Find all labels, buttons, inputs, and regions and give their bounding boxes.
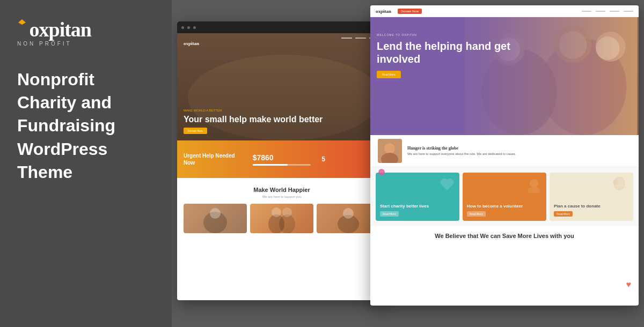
s2-card-1: Start charity better lives Read More — [376, 173, 459, 221]
s1-hero: oxpitan MAKE WORLD A BETTER Your small h… — [177, 33, 386, 140]
s2-card-3-button[interactable]: Read More — [554, 211, 573, 217]
s2-info-photo — [378, 139, 402, 163]
s2-info-bar: Hunger is striking the globe We are here… — [370, 135, 639, 167]
s2-hero-button[interactable]: Read More — [377, 71, 401, 78]
screenshot-1: oxpitan MAKE WORLD A BETTER Your small h… — [177, 21, 386, 300]
tagline-line-3: Fundraising — [17, 114, 155, 137]
s2-donate-button[interactable]: Donate Now — [398, 9, 422, 14]
s2-hero-title: Lend the helping hand get involved — [377, 40, 524, 65]
logo-subtitle: NON PROFIT — [17, 41, 155, 47]
left-panel: oxpitan NON PROFIT Nonprofit Charity and… — [0, 0, 172, 327]
s2-card-1-icon — [439, 177, 455, 195]
s1-banner-label: Urgent Help Needed Now — [184, 152, 242, 166]
s1-hero-tag: MAKE WORLD A BETTER — [184, 109, 380, 112]
s1-banner-progress: $7860 — [253, 153, 311, 166]
s1-navbar — [177, 21, 386, 33]
s2-bottom: We Believe that We can Save More Lives w… — [370, 226, 639, 247]
s1-progress-fill — [253, 164, 288, 166]
s2-info-title: Hunger is striking the globe — [407, 146, 631, 151]
s2-cards: Start charity better lives Read More How… — [370, 167, 639, 226]
svg-point-21 — [530, 179, 538, 188]
s1-photo-2 — [250, 204, 313, 233]
svg-point-2 — [210, 208, 221, 219]
s1-banner-amount: $7860 — [253, 153, 311, 162]
s2-card-2: How to become a volunteer Read More — [463, 173, 546, 221]
s1-photo-1 — [184, 204, 247, 233]
tagline-line-2: Charity and — [17, 91, 155, 114]
s2-card-2-icon — [526, 177, 542, 195]
s2-hero-content: WELCOME TO OXPITAN Lend the helping hand… — [377, 33, 524, 78]
s1-logo: oxpitan — [184, 38, 199, 47]
s2-card-3-icon — [610, 177, 629, 198]
s1-hero-title: Your small help make world better — [184, 114, 380, 124]
svg-point-6 — [282, 207, 292, 217]
s2-card-1-button[interactable]: Read More — [380, 211, 399, 217]
logo-area: oxpitan NON PROFIT — [17, 19, 155, 47]
svg-marker-0 — [18, 19, 26, 25]
s2-card-2-button[interactable]: Read More — [467, 211, 486, 217]
s2-nav-links — [582, 11, 633, 12]
s2-card-2-label: How to become a volunteer — [467, 204, 542, 209]
s1-photo-1-inner — [184, 204, 247, 233]
s2-bottom-title: We Believe that We can Save More Lives w… — [378, 233, 631, 239]
s2-card-1-label: Start charity better lives — [380, 204, 455, 209]
s2-info-text-block: Hunger is striking the globe We are here… — [407, 146, 631, 157]
s2-card-3-label: Plan a cause to donate — [554, 204, 629, 209]
s1-photo-2-inner — [250, 204, 313, 233]
s1-banner: Urgent Help Needed Now $7860 5 — [177, 140, 386, 178]
logo: oxpitan — [17, 19, 155, 40]
svg-point-5 — [272, 207, 281, 217]
s1-progress-bar — [253, 164, 311, 166]
tagline-line-5: Theme — [17, 161, 155, 184]
svg-point-19 — [384, 143, 395, 154]
s1-section-title: Make World Happier — [184, 187, 380, 193]
s2-info-text: We are here to support everyone about th… — [407, 152, 631, 157]
s2-navbar: oxpitan Donate Now — [370, 5, 639, 17]
tagline-line-4: WordPress — [17, 138, 155, 161]
deco-dot-1 — [378, 169, 385, 175]
s2-logo: oxpitan — [376, 9, 391, 14]
svg-point-22 — [528, 187, 540, 193]
tagline: Nonprofit Charity and Fundraising WordPr… — [17, 68, 155, 184]
svg-point-8 — [343, 208, 354, 219]
tagline-line-1: Nonprofit — [17, 68, 155, 91]
svg-point-24 — [613, 180, 618, 185]
s1-section-subtitle: We are here to support you — [184, 195, 380, 198]
screenshot-2: oxpitan Donate Now — [370, 5, 639, 306]
heart-icon: ♥ — [626, 280, 632, 289]
s2-card-3: Plan a cause to donate Read More — [550, 173, 633, 221]
s1-photos — [184, 204, 380, 233]
svg-point-4 — [279, 214, 295, 233]
s2-hero-tag: WELCOME TO OXPITAN — [377, 33, 524, 36]
right-panel: oxpitan MAKE WORLD A BETTER Your small h… — [172, 0, 644, 327]
s1-section: Make World Happier We are here to suppor… — [177, 178, 386, 242]
logo-dot-icon — [17, 18, 30, 41]
s1-hero-button[interactable]: Donate Now — [184, 128, 207, 134]
s2-hero: WELCOME TO OXPITAN Lend the helping hand… — [370, 17, 639, 135]
